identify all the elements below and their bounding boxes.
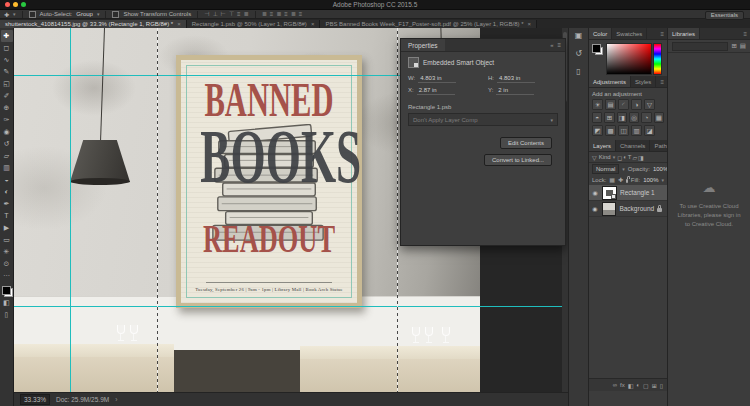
vibrance-icon[interactable]: ▽ xyxy=(644,99,655,110)
photo-filter-icon[interactable]: ◎ xyxy=(629,112,639,123)
gradient-map-icon[interactable]: ▥ xyxy=(631,125,642,136)
distribute-right-icon[interactable]: ≡ xyxy=(299,10,303,19)
document-tab-active[interactable]: shutterstock_410814155.jpg @ 33.3% (Rect… xyxy=(0,20,187,28)
convert-to-linked-button[interactable]: Convert to Linked... xyxy=(484,154,552,166)
pen-tool[interactable]: ✒ xyxy=(1,198,13,210)
lasso-tool[interactable]: ∿ xyxy=(1,54,13,66)
color-panel-tab[interactable]: Color xyxy=(589,28,612,39)
distribute-top-icon[interactable]: ≣ xyxy=(262,10,267,19)
black-white-icon[interactable]: ◨ xyxy=(617,112,627,123)
foreground-color-swatch[interactable] xyxy=(2,286,11,295)
channel-mixer-icon[interactable]: ◔ xyxy=(641,112,651,123)
width-field[interactable]: 4.803 in xyxy=(418,75,456,83)
poster-frame[interactable]: BANNED BOOKS READOUT Tuesday, September … xyxy=(176,55,362,308)
distribute-bottom-icon[interactable]: ≣ xyxy=(276,10,281,19)
panel-menu-icon[interactable]: ≡ xyxy=(557,42,561,48)
hue-slider[interactable] xyxy=(653,43,662,75)
lock-position-icon[interactable]: ✚ xyxy=(618,176,623,183)
path-selection-tool[interactable]: ▶ xyxy=(1,222,13,234)
panel-menu-icon[interactable]: ≡ xyxy=(743,31,750,37)
distribute-center-icon[interactable]: ≣ xyxy=(291,10,296,19)
saturation-picker[interactable] xyxy=(606,43,652,75)
adjustment-layer-icon[interactable]: ◐ xyxy=(636,382,640,388)
collapsed-properties-panel-icon[interactable]: ▣ xyxy=(575,31,583,40)
brightness-contrast-icon[interactable]: ☀ xyxy=(592,99,603,110)
channels-panel-tab[interactable]: Channels xyxy=(616,140,650,151)
auto-select-checkbox[interactable] xyxy=(29,11,36,18)
layer-name[interactable]: Background xyxy=(619,205,654,212)
quick-selection-tool[interactable]: ✎ xyxy=(1,66,13,78)
dodge-tool[interactable]: ◐ xyxy=(1,186,13,198)
hue-saturation-icon[interactable]: ◓ xyxy=(592,112,602,123)
brush-tool[interactable]: ✑ xyxy=(1,114,13,126)
styles-panel-tab[interactable]: Styles xyxy=(631,76,656,87)
document-tab[interactable]: Rectangle 1.psb @ 50% (Layer 1, RGB/8#) … xyxy=(187,20,321,28)
posterize-icon[interactable]: ▩ xyxy=(605,125,616,136)
list-view-icon[interactable]: ▤ xyxy=(740,42,746,50)
swatches-panel-tab[interactable]: Swatches xyxy=(612,28,647,39)
auto-select-value[interactable]: Group xyxy=(76,11,93,17)
layer-filter-kind[interactable]: Kind xyxy=(599,154,611,160)
lock-all-icon[interactable] xyxy=(626,179,628,183)
color-balance-icon[interactable]: ⊞ xyxy=(604,112,614,123)
distribute-middle-icon[interactable]: ≡ xyxy=(270,10,274,19)
layer-row-background[interactable]: ◉ Background xyxy=(589,201,667,217)
levels-icon[interactable]: ▤ xyxy=(605,99,616,110)
collapse-panel-icon[interactable]: « xyxy=(550,42,553,48)
type-layer-filter-icon[interactable]: T xyxy=(628,154,632,161)
marquee-tool[interactable]: ◻ xyxy=(1,42,13,54)
zoom-level-field[interactable]: 33.33% xyxy=(20,394,50,405)
workspace-switcher[interactable]: Essentials xyxy=(705,11,744,20)
zoom-tool[interactable]: ⊙ xyxy=(1,258,13,270)
layer-mask-icon[interactable]: ◧ xyxy=(628,382,634,389)
exposure-icon[interactable]: ◑ xyxy=(631,99,642,110)
adjustment-layer-filter-icon[interactable]: ◐ xyxy=(623,154,627,161)
align-center-h-icon[interactable]: ⊥ xyxy=(212,10,217,19)
vertical-guide[interactable] xyxy=(70,28,71,392)
threshold-icon[interactable]: ◫ xyxy=(618,125,629,136)
layers-panel-tab[interactable]: Layers xyxy=(589,140,616,151)
gradient-tool[interactable]: ▥ xyxy=(1,162,13,174)
foreground-color-swatch[interactable] xyxy=(592,44,601,53)
layer-thumbnail[interactable] xyxy=(602,202,617,216)
layer-group-icon[interactable]: ▢ xyxy=(643,382,649,389)
crop-tool[interactable]: ◱ xyxy=(1,78,13,90)
properties-panel-tab[interactable]: Properties xyxy=(401,39,445,51)
align-top-icon[interactable]: ⊤ xyxy=(229,10,234,19)
canvas-area[interactable]: BANNED BOOKS READOUT Tuesday, September … xyxy=(14,28,568,392)
selective-color-icon[interactable]: ◪ xyxy=(644,125,655,136)
invert-icon[interactable]: ◩ xyxy=(592,125,603,136)
layer-style-icon[interactable]: fx xyxy=(620,382,625,388)
blend-mode-dropdown[interactable]: Normal xyxy=(592,164,619,174)
screen-mode-button[interactable]: ▯ xyxy=(1,309,13,321)
edit-contents-button[interactable]: Edit Contents xyxy=(500,137,552,149)
collapsed-device-preview-panel-icon[interactable]: ▯ xyxy=(576,67,580,76)
shape-layer-filter-icon[interactable]: ▱ xyxy=(632,154,637,161)
history-brush-tool[interactable]: ↺ xyxy=(1,138,13,150)
grid-view-icon[interactable]: ⊞ xyxy=(731,42,736,50)
quick-mask-button[interactable]: ◧ xyxy=(1,297,13,309)
x-position-field[interactable]: 2.87 in xyxy=(417,87,455,95)
align-middle-icon[interactable]: ≡ xyxy=(237,10,241,19)
clone-stamp-tool[interactable]: ◉ xyxy=(1,126,13,138)
libraries-panel-tab[interactable]: Libraries xyxy=(668,28,700,39)
align-left-icon[interactable]: ⊣ xyxy=(204,10,209,19)
curves-icon[interactable]: ◜ xyxy=(618,99,629,110)
show-transform-controls-checkbox[interactable] xyxy=(112,11,119,18)
align-bottom-icon[interactable]: ≣ xyxy=(244,10,249,19)
collapsed-history-panel-icon[interactable]: ↺ xyxy=(575,49,582,58)
layer-comp-dropdown[interactable]: Don't Apply Layer Comp ▾ xyxy=(408,113,558,126)
color-lookup-icon[interactable]: ▦ xyxy=(654,112,664,123)
horizontal-guide[interactable] xyxy=(14,306,562,307)
move-tool[interactable]: ✚ xyxy=(1,30,13,42)
hand-tool[interactable]: ✳ xyxy=(1,246,13,258)
close-tab-icon[interactable]: × xyxy=(311,21,315,27)
close-tab-icon[interactable]: × xyxy=(177,21,181,27)
y-position-field[interactable]: 2 in xyxy=(496,87,534,95)
link-layers-icon[interactable]: ∞ xyxy=(613,382,617,388)
rectangle-tool[interactable]: ▭ xyxy=(1,234,13,246)
document-tab[interactable]: PBS Banned Books Week_F17_Poster-soft.pd… xyxy=(320,20,537,28)
type-tool[interactable]: T xyxy=(1,210,13,222)
layer-thumbnail[interactable] xyxy=(602,186,617,200)
eraser-tool[interactable]: ▱ xyxy=(1,150,13,162)
